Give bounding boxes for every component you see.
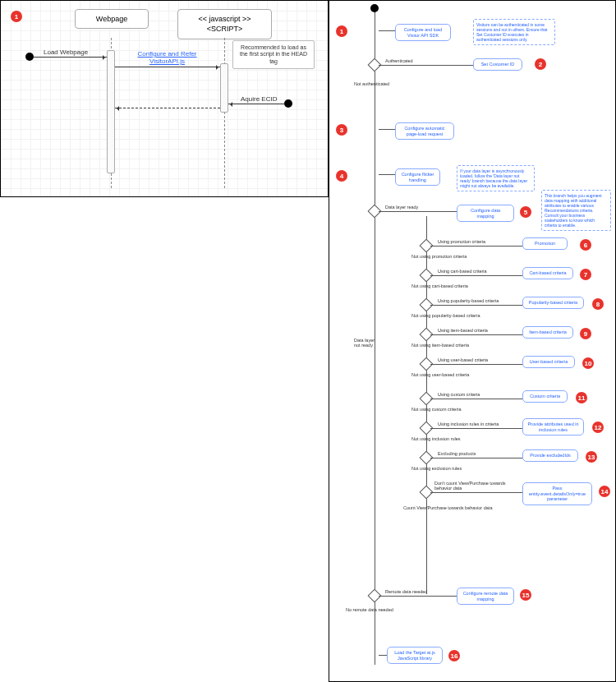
e12n: Not using inclusion rules [411, 436, 461, 441]
ecid-dot [284, 99, 292, 108]
script-name: <SCRIPT> [186, 25, 263, 35]
note-datalayer: If your data layer is asynchronously loa… [457, 165, 535, 191]
step-3: Configure automatic page-load request [395, 122, 454, 140]
msg-load: Load Webpage [44, 48, 88, 56]
start-dot [25, 53, 34, 61]
step-10: User-based criteria [522, 356, 575, 368]
step-13: Provide excludedIds [522, 449, 578, 462]
e6n: Not using promotion criteria [411, 254, 467, 259]
msg-ecid: Aquire ECID [241, 95, 277, 103]
step-1: Configure and load Visitor API SDK [395, 24, 451, 41]
step-2: Set Customer ID [473, 58, 522, 71]
conn-s1 [379, 30, 395, 31]
step-11: Custom criteria [522, 390, 568, 403]
c7 [430, 275, 522, 276]
e8n: Not using popularity-based criteria [411, 313, 480, 318]
e12y: Using inclusion rules in criteria [438, 422, 499, 426]
badge-1-left: 1 [11, 11, 22, 22]
main-axis [375, 6, 375, 665]
c9 [430, 334, 522, 335]
arrow-ecid [228, 104, 284, 104]
c14 [430, 492, 522, 493]
step-8: Popularity-based criteria [522, 297, 584, 309]
note-auth: Visitors can be authenticated in some se… [473, 19, 555, 45]
activation-webpage [107, 50, 115, 173]
e-remote: Remote data needed [385, 589, 427, 594]
badge-16: 16 [448, 650, 460, 661]
badge-9: 9 [580, 328, 591, 339]
badge-1: 1 [336, 25, 347, 37]
badge-5: 5 [520, 206, 531, 218]
badge-11: 11 [576, 392, 587, 403]
e10y: Using user-based criteria [438, 357, 488, 362]
lifeline-line-script [224, 38, 225, 188]
edge-dlready: Data layer ready [385, 205, 418, 210]
e13n: Not using exclusion rules [411, 466, 462, 471]
badge-8: 8 [592, 298, 604, 310]
edge-auth: Authenticated [385, 58, 413, 63]
step-5: Configure data mapping [457, 205, 514, 222]
e14y: Don't count View/Purchase towards behavi… [434, 481, 517, 491]
e-noremote: No remote data needed [346, 607, 393, 612]
e9n: Not using item-based criteria [411, 343, 469, 348]
c8 [430, 305, 522, 306]
lifeline-script: << javascript >> <SCRIPT> [177, 9, 272, 39]
conn-s4 [379, 174, 395, 175]
badge-15: 15 [520, 589, 531, 601]
diagram-root: 1 Webpage << javascript >> <SCRIPT> Load… [0, 0, 616, 682]
c16 [379, 655, 387, 656]
e7n: Not using cart-based criteria [411, 283, 468, 288]
badge-4: 4 [336, 170, 347, 182]
badge-12: 12 [592, 422, 604, 433]
badge-3: 3 [336, 124, 347, 136]
conn-s2 [379, 65, 473, 66]
e13y: Excluding products [438, 451, 476, 456]
edge-dlnotready: Data layer not ready [354, 338, 379, 348]
e6y: Using promotion criteria [438, 239, 485, 244]
arrow-configure [115, 67, 220, 67]
arrow-load [34, 57, 107, 58]
e14n: Count View/Purchase towards behavior dat… [403, 505, 510, 510]
e11n: Not using custom criteria [411, 407, 462, 412]
note-head: Recommended to load as the first script … [232, 40, 315, 69]
c6 [430, 246, 522, 247]
e11y: Using custom criteria [438, 392, 480, 397]
note-branch: This branch helps you augment data mappi… [541, 190, 611, 231]
badge-13: 13 [586, 451, 597, 463]
e9y: Using item-based criteria [438, 328, 488, 333]
conn-s5 [379, 211, 457, 212]
step-9: Item-based criteria [522, 326, 573, 339]
e8y: Using popularity-based criteria [438, 298, 499, 303]
step-7: Cart-based criteria [522, 267, 573, 279]
step-15: Configure remote data mapping [457, 588, 514, 605]
c13 [430, 458, 522, 459]
step-4: Configure flicker handling [395, 168, 440, 186]
step-14: Pass entity.event.detailsOnly=true param… [522, 482, 592, 505]
arrow-return [115, 108, 220, 108]
sequence-panel: 1 Webpage << javascript >> <SCRIPT> Load… [0, 0, 329, 197]
step-12: Provide attributes used in inclusion rul… [522, 418, 584, 435]
lifeline-webpage: Webpage [75, 9, 149, 29]
badge-10: 10 [582, 357, 594, 369]
step-6: Promotion [522, 237, 568, 250]
script-stereo: << javascript >> [186, 15, 263, 25]
badge-14: 14 [599, 486, 610, 497]
start-node [370, 4, 379, 12]
e10n: Not using user-based criteria [411, 372, 469, 377]
conn-s3 [379, 129, 395, 130]
flow-panel: Configure and load Visitor API SDK 1 Vis… [329, 0, 616, 682]
c11 [430, 399, 522, 399]
edge-notauth: Not authenticated [354, 81, 389, 86]
step-16: Load the Target at.js JavaScript library [387, 647, 443, 664]
c12 [430, 428, 522, 429]
badge-7: 7 [580, 269, 591, 280]
e7y: Using cart-based criteria [438, 269, 487, 274]
c15 [379, 596, 457, 597]
badge-2: 2 [535, 58, 546, 70]
badge-6: 6 [580, 239, 591, 251]
msg-configure[interactable]: Configure and Refer VisitorAPI.js [128, 50, 206, 65]
c10 [430, 364, 522, 365]
